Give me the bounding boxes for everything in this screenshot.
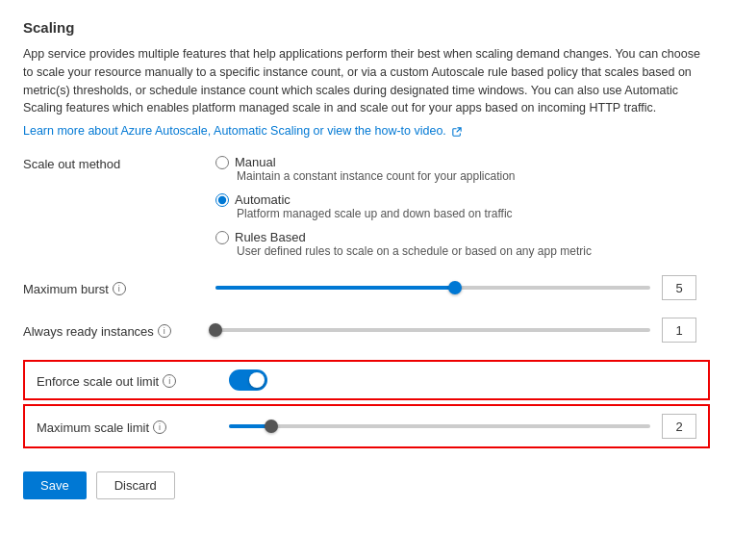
always-ready-slider-track[interactable] bbox=[215, 328, 650, 332]
save-button[interactable]: Save bbox=[23, 471, 87, 499]
maximum-scale-limit-slider-row: 2 bbox=[229, 414, 696, 439]
radio-automatic[interactable] bbox=[215, 193, 229, 207]
maximum-scale-limit-label: Maximum scale limit i bbox=[37, 419, 229, 435]
maximum-scale-limit-slider-track[interactable] bbox=[229, 424, 650, 428]
maximum-burst-value: 5 bbox=[662, 275, 696, 300]
enforce-scale-out-limit-label: Enforce scale out limit i bbox=[37, 372, 229, 389]
radio-option-manual: Manual Maintain a constant instance coun… bbox=[215, 155, 592, 183]
always-ready-tooltip[interactable]: i bbox=[158, 324, 171, 338]
always-ready-label: Always ready instances i bbox=[23, 322, 215, 339]
radio-option-automatic: Automatic Platform managed scale up and … bbox=[215, 192, 592, 220]
page-description: App service provides multiple features t… bbox=[23, 45, 710, 117]
radio-manual-label[interactable]: Manual bbox=[235, 155, 276, 169]
maximum-scale-limit-tooltip[interactable]: i bbox=[153, 420, 166, 434]
maximum-burst-tooltip[interactable]: i bbox=[113, 282, 126, 295]
radio-automatic-label[interactable]: Automatic bbox=[235, 192, 291, 207]
radio-rules-based[interactable] bbox=[215, 231, 229, 244]
radio-manual[interactable] bbox=[215, 156, 229, 169]
scale-out-method-label: Scale out method bbox=[23, 155, 215, 171]
maximum-scale-limit-value: 2 bbox=[662, 414, 696, 439]
radio-manual-desc: Maintain a constant instance count for y… bbox=[237, 169, 592, 183]
always-ready-value: 1 bbox=[662, 318, 696, 343]
enforce-scale-out-limit-tooltip[interactable]: i bbox=[163, 374, 176, 388]
radio-rules-based-desc: User defined rules to scale on a schedul… bbox=[237, 244, 592, 258]
enforce-scale-out-toggle[interactable] bbox=[229, 369, 267, 391]
page-title: Scaling bbox=[23, 19, 710, 36]
radio-rules-based-label[interactable]: Rules Based bbox=[235, 230, 306, 244]
enforce-scale-out-limit-row: Enforce scale out limit i bbox=[23, 360, 710, 400]
scale-out-method-options: Manual Maintain a constant instance coun… bbox=[215, 155, 592, 258]
maximum-burst-slider-track[interactable] bbox=[215, 286, 650, 290]
radio-option-rules-based: Rules Based User defined rules to scale … bbox=[215, 230, 592, 258]
maximum-burst-slider-row: 5 bbox=[215, 275, 696, 300]
always-ready-slider-row: 1 bbox=[215, 318, 696, 343]
external-link-icon bbox=[452, 127, 462, 137]
button-row: Save Discard bbox=[23, 471, 710, 499]
learn-more-link[interactable]: Learn more about Azure Autoscale, Automa… bbox=[23, 124, 446, 138]
discard-button[interactable]: Discard bbox=[96, 471, 175, 499]
maximum-burst-label: Maximum burst i bbox=[23, 280, 215, 296]
maximum-scale-limit-row: Maximum scale limit i 2 bbox=[23, 404, 710, 448]
radio-automatic-desc: Platform managed scale up and down based… bbox=[237, 207, 592, 220]
